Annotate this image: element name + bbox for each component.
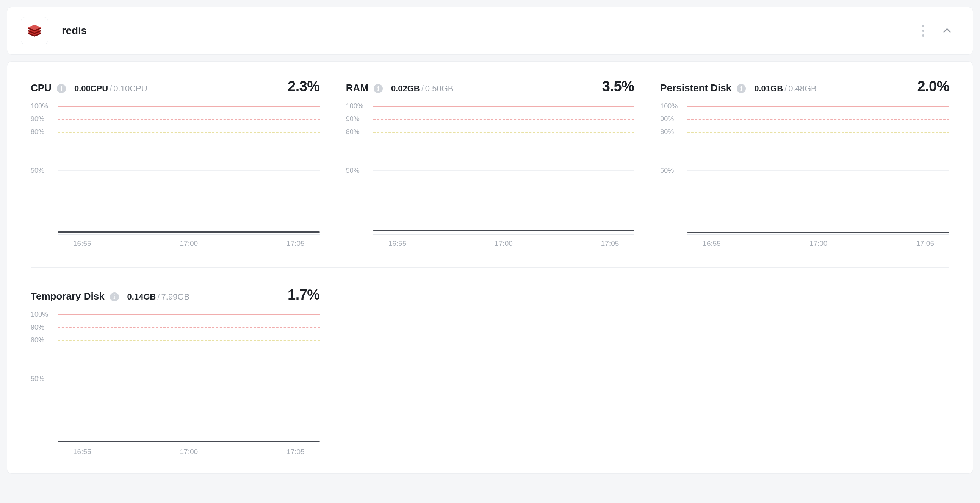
chart-area: 100% 90% 80% 50% 16:55 17:00 xyxy=(660,106,949,246)
chart-panel-cpu: CPU i 0.00CPU/0.10CPU 2.3% 100% 90% 80% … xyxy=(18,77,333,250)
x-label: 16:55 xyxy=(388,240,407,248)
more-menu-button[interactable] xyxy=(920,22,927,39)
usage-text: 0.14GB/7.99GB xyxy=(127,292,190,302)
x-axis-labels: 16:55 17:00 17:05 xyxy=(373,240,635,248)
service-icon-tile xyxy=(21,17,48,44)
x-label: 17:05 xyxy=(286,240,305,248)
y-label: 50% xyxy=(346,167,360,175)
threshold-90 xyxy=(687,119,949,120)
x-label: 17:00 xyxy=(180,240,198,248)
usage-percent: 2.3% xyxy=(288,78,320,95)
chart-header: RAM i 0.02GB/0.50GB 3.5% xyxy=(346,78,635,95)
usage-limit: 0.48GB xyxy=(788,84,817,93)
y-label: 50% xyxy=(660,167,674,175)
y-label: 90% xyxy=(31,324,45,332)
chart-title: Persistent Disk xyxy=(660,82,732,94)
chart-area: 100% 90% 80% 50% 16:55 17:00 xyxy=(31,106,320,246)
info-icon[interactable]: i xyxy=(110,292,119,301)
x-label: 16:55 xyxy=(703,240,721,248)
row-divider xyxy=(31,267,949,268)
series-line xyxy=(58,441,320,442)
chart-plot[interactable] xyxy=(58,106,320,235)
usage-text: 0.00CPU/0.10CPU xyxy=(74,84,147,94)
chart-plot[interactable] xyxy=(687,106,949,235)
chart-plot[interactable] xyxy=(58,314,320,443)
usage-text: 0.01GB/0.48GB xyxy=(754,84,817,94)
x-label: 16:55 xyxy=(73,240,91,248)
chart-panel-ram: RAM i 0.02GB/0.50GB 3.5% 100% 90% 80% 50… xyxy=(333,77,648,250)
metrics-card: CPU i 0.00CPU/0.10CPU 2.3% 100% 90% 80% … xyxy=(7,61,973,474)
y-label: 50% xyxy=(31,375,45,383)
info-icon[interactable]: i xyxy=(737,84,746,93)
service-name: redis xyxy=(62,25,87,37)
series-line xyxy=(373,230,635,231)
x-label: 17:05 xyxy=(601,240,619,248)
y-label: 80% xyxy=(346,128,360,136)
usage-text: 0.02GB/0.50GB xyxy=(391,84,453,94)
x-label: 16:55 xyxy=(73,448,91,456)
usage-used: 0.14GB xyxy=(127,292,156,301)
x-label: 17:00 xyxy=(495,240,513,248)
gridline-50 xyxy=(687,170,949,171)
page: redis CPU i 0.00CPU/0.10CPU xyxy=(0,0,980,481)
gridline-50 xyxy=(373,170,635,171)
y-label: 100% xyxy=(346,102,363,110)
chart-plot[interactable] xyxy=(373,106,635,235)
y-axis-labels: 100% 90% 80% 50% xyxy=(346,106,369,235)
chart-title: Temporary Disk xyxy=(31,290,105,302)
series-line xyxy=(687,232,949,233)
usage-percent: 3.5% xyxy=(602,78,635,95)
threshold-90 xyxy=(373,119,635,120)
usage-used: 0.01GB xyxy=(754,84,783,93)
chart-header: CPU i 0.00CPU/0.10CPU 2.3% xyxy=(31,78,320,95)
usage-percent: 2.0% xyxy=(917,78,949,95)
threshold-80 xyxy=(58,340,320,341)
threshold-80 xyxy=(373,132,635,133)
y-label: 100% xyxy=(31,102,48,110)
chart-title: CPU xyxy=(31,82,51,94)
info-icon[interactable]: i xyxy=(57,84,66,93)
usage-limit: 0.50GB xyxy=(425,84,453,93)
y-axis-labels: 100% 90% 80% 50% xyxy=(660,106,684,235)
info-icon[interactable]: i xyxy=(374,84,383,93)
chart-area: 100% 90% 80% 50% 16:55 17:00 xyxy=(31,314,320,454)
threshold-100 xyxy=(687,106,949,107)
collapse-button[interactable] xyxy=(939,23,955,38)
threshold-100 xyxy=(58,106,320,107)
x-label: 17:00 xyxy=(180,448,198,456)
chart-header: Persistent Disk i 0.01GB/0.48GB 2.0% xyxy=(660,78,949,95)
y-label: 100% xyxy=(31,311,48,319)
threshold-80 xyxy=(58,132,320,133)
chart-title: RAM xyxy=(346,82,368,94)
threshold-90 xyxy=(58,119,320,120)
chart-panel-persistent-disk: Persistent Disk i 0.01GB/0.48GB 2.0% 100… xyxy=(647,77,962,250)
y-label: 90% xyxy=(660,115,674,123)
y-axis-labels: 100% 90% 80% 50% xyxy=(31,106,54,235)
threshold-100 xyxy=(58,314,320,315)
usage-limit: 0.10CPU xyxy=(113,84,147,93)
redis-icon xyxy=(27,23,43,39)
threshold-90 xyxy=(58,327,320,328)
threshold-80 xyxy=(687,132,949,133)
chart-area: 100% 90% 80% 50% 16:55 17:00 xyxy=(346,106,635,246)
charts-row-2: Temporary Disk i 0.14GB/7.99GB 1.7% 100%… xyxy=(18,285,962,458)
usage-percent: 1.7% xyxy=(288,287,320,303)
x-axis-labels: 16:55 17:00 17:05 xyxy=(58,240,320,248)
y-label: 90% xyxy=(346,115,360,123)
service-header: redis xyxy=(7,7,973,54)
header-actions xyxy=(920,22,959,39)
gridline-50 xyxy=(58,379,320,379)
chart-header: Temporary Disk i 0.14GB/7.99GB 1.7% xyxy=(31,287,320,303)
usage-used: 0.02GB xyxy=(391,84,420,93)
x-label: 17:05 xyxy=(916,240,934,248)
y-label: 90% xyxy=(31,115,45,123)
threshold-100 xyxy=(373,106,635,107)
x-label: 17:05 xyxy=(286,448,305,456)
x-axis-labels: 16:55 17:00 17:05 xyxy=(58,448,320,456)
chart-panel-temporary-disk: Temporary Disk i 0.14GB/7.99GB 1.7% 100%… xyxy=(18,285,333,458)
usage-limit: 7.99GB xyxy=(161,292,190,301)
series-line xyxy=(58,232,320,233)
x-label: 17:00 xyxy=(810,240,828,248)
x-axis-labels: 16:55 17:00 17:05 xyxy=(687,240,949,248)
y-axis-labels: 100% 90% 80% 50% xyxy=(31,314,54,443)
